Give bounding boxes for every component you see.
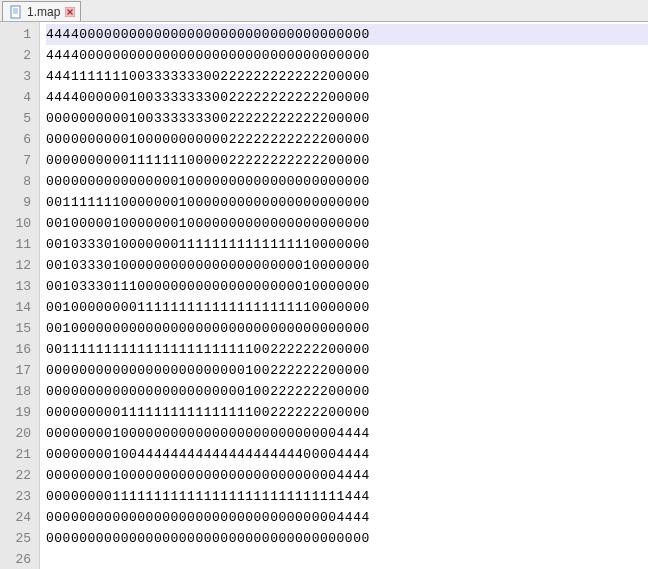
line-number: 21 bbox=[0, 444, 31, 465]
line-number: 13 bbox=[0, 276, 31, 297]
tab-filename: 1.map bbox=[27, 5, 60, 19]
line-number: 9 bbox=[0, 192, 31, 213]
content-line: 001033301000000011111111111111110000000 bbox=[46, 234, 648, 255]
tab-bar: 1.map bbox=[0, 0, 648, 22]
line-number: 7 bbox=[0, 150, 31, 171]
content-line: 000000000011111110000022222222222200000 bbox=[46, 150, 648, 171]
content-line: 444400000000000000000000000000000000000 bbox=[46, 24, 648, 45]
content-line: 444400000010033333330022222222222200000 bbox=[46, 87, 648, 108]
content-line: 001111111000000010000000000000000000000 bbox=[46, 192, 648, 213]
content-line: 001033301110000000000000000000010000000 bbox=[46, 276, 648, 297]
line-number: 19 bbox=[0, 402, 31, 423]
line-number: 3 bbox=[0, 66, 31, 87]
file-icon bbox=[9, 5, 23, 19]
content-line: 001000000000000000000000000000000000000 bbox=[46, 318, 648, 339]
content-line: 001033301000000000000000000000010000000 bbox=[46, 255, 648, 276]
file-tab[interactable]: 1.map bbox=[2, 1, 81, 21]
content-line: 000000001000000000000000000000000004444 bbox=[46, 465, 648, 486]
line-number: 5 bbox=[0, 108, 31, 129]
editor-container: 1234567891011121314151617181920212223242… bbox=[0, 22, 648, 569]
content-line: 001000001000000010000000000000000000000 bbox=[46, 213, 648, 234]
line-number: 14 bbox=[0, 297, 31, 318]
line-number: 4 bbox=[0, 87, 31, 108]
content-line bbox=[46, 549, 648, 569]
line-number: 22 bbox=[0, 465, 31, 486]
svg-rect-0 bbox=[11, 6, 20, 18]
line-number: 12 bbox=[0, 255, 31, 276]
content-line: 000000000000000000000000100222222200000 bbox=[46, 360, 648, 381]
content-line: 000000000010033333330022222222222200000 bbox=[46, 108, 648, 129]
line-number: 2 bbox=[0, 45, 31, 66]
line-number: 18 bbox=[0, 381, 31, 402]
close-icon[interactable] bbox=[64, 6, 76, 18]
line-number: 26 bbox=[0, 549, 31, 569]
line-number: 17 bbox=[0, 360, 31, 381]
content-line: 000000000000000000000000100222222200000 bbox=[46, 381, 648, 402]
line-number: 11 bbox=[0, 234, 31, 255]
content-line: 001000000001111111111111111111110000000 bbox=[46, 297, 648, 318]
editor-content[interactable]: 4444000000000000000000000000000000000004… bbox=[40, 22, 648, 569]
line-number: 20 bbox=[0, 423, 31, 444]
content-line: 000000000000000000000000000000000004444 bbox=[46, 507, 648, 528]
content-line: 444400000000000000000000000000000000000 bbox=[46, 45, 648, 66]
line-number-gutter: 1234567891011121314151617181920212223242… bbox=[0, 22, 40, 569]
line-number: 10 bbox=[0, 213, 31, 234]
line-number: 8 bbox=[0, 171, 31, 192]
line-number: 25 bbox=[0, 528, 31, 549]
content-line: 000000000000000000000000000000000000000 bbox=[46, 528, 648, 549]
line-number: 15 bbox=[0, 318, 31, 339]
line-number: 23 bbox=[0, 486, 31, 507]
content-line: 000000001111111111111111111111111111444 bbox=[46, 486, 648, 507]
content-line: 000000000000000010000000000000000000000 bbox=[46, 171, 648, 192]
content-line: 000000000010000000000022222222222200000 bbox=[46, 129, 648, 150]
line-number: 1 bbox=[0, 24, 31, 45]
content-line: 000000000111111111111111100222222200000 bbox=[46, 402, 648, 423]
line-number: 24 bbox=[0, 507, 31, 528]
content-line: 444111111100333333300222222222222200000 bbox=[46, 66, 648, 87]
content-line: 000000001004444444444444444444400004444 bbox=[46, 444, 648, 465]
line-number: 16 bbox=[0, 339, 31, 360]
line-number: 6 bbox=[0, 129, 31, 150]
content-line: 000000001000000000000000000000000004444 bbox=[46, 423, 648, 444]
content-line: 001111111111111111111111100222222200000 bbox=[46, 339, 648, 360]
